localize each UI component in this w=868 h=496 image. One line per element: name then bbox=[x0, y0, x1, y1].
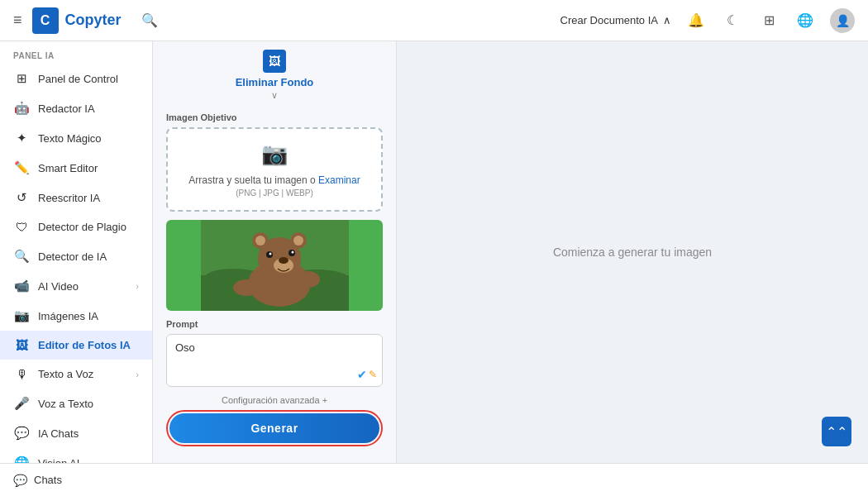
detector-ia-icon: 🔍 bbox=[13, 249, 30, 264]
scroll-top-icon: ⌃⌃ bbox=[826, 424, 847, 440]
sidebar-item-editor-fotos-ia[interactable]: 🖼Editor de Fotos IA bbox=[0, 331, 152, 360]
detector-plagio-icon: 🛡 bbox=[13, 220, 30, 234]
header: ≡ C Copyter 🔍 Crear Documento IA ∧ 🔔 ☾ ⊞… bbox=[0, 0, 868, 41]
ai-video-arrow: › bbox=[136, 281, 139, 291]
sidebar-item-detector-plagio[interactable]: 🛡Detector de Plagio bbox=[0, 212, 152, 241]
svg-point-9 bbox=[293, 236, 303, 246]
config-avanzada[interactable]: Configuración avanzada + bbox=[153, 387, 396, 410]
upload-area[interactable]: 📷 Arrastra y suelta tu imagen o Examinar… bbox=[166, 127, 383, 212]
avatar[interactable]: 👤 bbox=[830, 8, 855, 33]
svg-point-16 bbox=[297, 271, 320, 288]
main-layout: PANEL IA ⊞Panel de Control🤖Redactor IA✦T… bbox=[0, 41, 868, 463]
bear-placeholder bbox=[166, 220, 383, 311]
right-panel-placeholder: Comienza a generar tu imagen bbox=[553, 246, 712, 259]
ia-chats-icon: 💬 bbox=[13, 426, 30, 441]
bear-image bbox=[166, 220, 383, 311]
texto-magico-label: Texto Mágico bbox=[38, 132, 102, 145]
sidebar-item-imagenes-ia[interactable]: 📷Imágenes IA bbox=[0, 301, 152, 331]
scroll-top-button[interactable]: ⌃⌃ bbox=[822, 417, 851, 446]
sidebar-item-ai-video[interactable]: 📹AI Video› bbox=[0, 271, 152, 301]
svg-point-15 bbox=[291, 251, 293, 254]
sidebar-item-texto-magico[interactable]: ✦Texto Mágico bbox=[0, 123, 152, 153]
prompt-input[interactable]: Oso ✔ ✎ bbox=[166, 334, 383, 387]
sidebar-item-redactor-ia[interactable]: 🤖Redactor IA bbox=[0, 93, 152, 123]
editor-fotos-ia-icon: 🖼 bbox=[13, 338, 30, 352]
right-panel: Comienza a generar tu imagen ⌃⌃ bbox=[397, 41, 868, 463]
ai-video-icon: 📹 bbox=[13, 279, 30, 293]
generar-wrapper: Generar bbox=[153, 410, 396, 446]
eliminar-fondo-icon: 🖼 bbox=[263, 50, 286, 73]
imagenes-ia-label: Imágenes IA bbox=[38, 310, 98, 322]
sidebar-item-detector-ia[interactable]: 🔍Detector de IA bbox=[0, 241, 152, 271]
generar-button[interactable]: Generar bbox=[169, 413, 379, 443]
svg-point-14 bbox=[269, 253, 271, 255]
logo-text: Copyter bbox=[65, 12, 122, 29]
sidebar-item-voz-a-texto[interactable]: 🎤Voz a Texto bbox=[0, 389, 152, 418]
prompt-section: Prompt Oso ✔ ✎ bbox=[153, 311, 396, 387]
bottom-bar: 💬 Chats bbox=[0, 463, 868, 496]
sidebar-item-ia-chats[interactable]: 💬IA Chats bbox=[0, 418, 152, 448]
smart-editor-icon: ✏️ bbox=[13, 160, 30, 175]
editor-fotos-ia-label: Editor de Fotos IA bbox=[38, 339, 131, 351]
create-doc-label: Crear Documento IA bbox=[560, 14, 659, 26]
prompt-check-icons: ✔ ✎ bbox=[357, 368, 377, 381]
fullscreen-icon[interactable]: ⊞ bbox=[757, 9, 780, 32]
vision-ai-icon: 🌐 bbox=[13, 455, 30, 463]
check-blue-icon: ✔ bbox=[357, 368, 367, 381]
header-search-icon[interactable]: 🔍 bbox=[141, 12, 158, 28]
eliminar-fondo-section: 🖼 Eliminar Fondo ∨ bbox=[153, 41, 396, 104]
svg-point-7 bbox=[255, 236, 265, 246]
chevron-up-icon: ∧ bbox=[663, 14, 671, 26]
middle-panel: 🖼 Eliminar Fondo ∨ Imagen Objetivo 📷 Arr… bbox=[153, 41, 397, 463]
sidebar-item-smart-editor[interactable]: ✏️Smart Editor bbox=[0, 153, 152, 183]
texto-a-voz-arrow: › bbox=[136, 370, 139, 379]
language-icon[interactable]: 🌐 bbox=[794, 9, 817, 32]
sidebar: PANEL IA ⊞Panel de Control🤖Redactor IA✦T… bbox=[0, 41, 153, 463]
dark-mode-icon[interactable]: ☾ bbox=[721, 9, 744, 32]
vision-ai-label: Vision AI bbox=[38, 457, 79, 464]
notifications-icon[interactable]: 🔔 bbox=[684, 9, 708, 32]
upload-browse-link[interactable]: Examinar bbox=[318, 174, 360, 186]
logo-box: C bbox=[32, 7, 59, 34]
content-area: 🖼 Eliminar Fondo ∨ Imagen Objetivo 📷 Arr… bbox=[153, 41, 868, 463]
ia-chats-label: IA Chats bbox=[38, 427, 79, 440]
upload-hint: (PNG | JPG | WEBP) bbox=[236, 188, 313, 198]
sidebar-item-panel-control[interactable]: ⊞Panel de Control bbox=[0, 64, 152, 93]
camera-icon: 📷 bbox=[261, 141, 288, 167]
header-icons: Crear Documento IA ∧ 🔔 ☾ ⊞ 🌐 👤 bbox=[560, 8, 856, 33]
reescritor-ia-icon: ↺ bbox=[13, 190, 30, 205]
redactor-ia-icon: 🤖 bbox=[13, 101, 30, 116]
upload-instructions: Arrastra y suelta tu imagen o Examinar bbox=[188, 174, 360, 188]
prompt-value: Oso bbox=[175, 341, 374, 354]
detector-ia-label: Detector de IA bbox=[38, 250, 107, 263]
upload-text-part1: Arrastra y suelta tu imagen o bbox=[188, 174, 315, 186]
redactor-ia-label: Redactor IA bbox=[38, 103, 95, 115]
chats-icon: 💬 bbox=[13, 474, 27, 487]
voz-a-texto-icon: 🎤 bbox=[13, 396, 30, 411]
svg-point-17 bbox=[233, 279, 260, 296]
texto-a-voz-icon: 🎙 bbox=[13, 367, 30, 381]
logo-letter: C bbox=[41, 13, 50, 28]
smart-editor-label: Smart Editor bbox=[38, 162, 98, 174]
voz-a-texto-label: Voz a Texto bbox=[38, 398, 93, 410]
hamburger-icon[interactable]: ≡ bbox=[13, 12, 22, 29]
reescritor-ia-label: Reescritor IA bbox=[38, 192, 100, 204]
texto-magico-icon: ✦ bbox=[13, 131, 30, 145]
svg-point-11 bbox=[279, 257, 289, 264]
create-document-button[interactable]: Crear Documento IA ∧ bbox=[560, 14, 672, 26]
sidebar-item-texto-a-voz[interactable]: 🎙Texto a Voz› bbox=[0, 360, 152, 389]
sidebar-item-vision-ai[interactable]: 🌐Vision AI bbox=[0, 448, 152, 463]
sidebar-item-reescritor-ia[interactable]: ↺Reescritor IA bbox=[0, 183, 152, 212]
imagenes-ia-icon: 📷 bbox=[13, 308, 30, 323]
detector-plagio-label: Detector de Plagio bbox=[38, 221, 126, 233]
chats-label[interactable]: Chats bbox=[34, 474, 62, 486]
check-orange-icon: ✎ bbox=[369, 369, 377, 380]
sidebar-section-label: PANEL IA bbox=[0, 41, 152, 64]
texto-a-voz-label: Texto a Voz bbox=[38, 368, 93, 380]
ai-video-label: AI Video bbox=[38, 280, 79, 293]
generar-btn-outline: Generar bbox=[166, 410, 383, 446]
collapse-arrow[interactable]: ∨ bbox=[271, 90, 278, 101]
panel-control-icon: ⊞ bbox=[13, 71, 30, 86]
panel-control-label: Panel de Control bbox=[38, 73, 118, 85]
imagen-objetivo-label: Imagen Objetivo bbox=[153, 104, 396, 127]
